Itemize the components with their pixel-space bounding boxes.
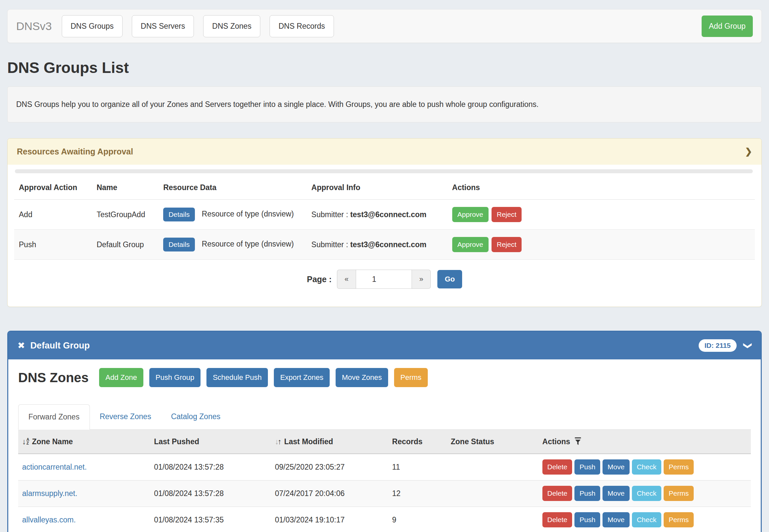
delete-zone-button[interactable]: Delete	[542, 459, 572, 475]
approval-action-cell: Add	[14, 200, 92, 230]
resource-type-text: Resource of type (dnsview)	[202, 240, 294, 248]
perms-zone-button[interactable]: Perms	[664, 459, 694, 475]
zone-name-link[interactable]: alarmsupply.net.	[22, 489, 77, 498]
zones-table: ↓ AZ Zone Name Last Pushed ↓↑	[18, 430, 751, 532]
col-zone-status: Zone Status	[447, 430, 538, 454]
delete-zone-button[interactable]: Delete	[542, 512, 572, 527]
check-zone-button[interactable]: Check	[632, 512, 662, 527]
close-icon[interactable]: ✖	[17, 341, 25, 350]
app-brand: DNSv3	[16, 20, 52, 33]
dns-zones-heading: DNS Zones	[18, 371, 88, 384]
sort-updown-icon[interactable]: ↓↑	[275, 437, 282, 446]
chevron-down-icon[interactable]: ❯	[743, 342, 753, 349]
page-title: DNS Groups List	[7, 60, 762, 75]
zone-row: alarmsupply.net. 01/08/2024 13:57:28 07/…	[18, 480, 751, 507]
push-zone-button[interactable]: Push	[574, 459, 600, 475]
next-page-button[interactable]: »	[412, 270, 431, 289]
submitter-email: test3@6connect.com	[350, 240, 426, 249]
col-zone-name: Zone Name	[32, 437, 73, 446]
zone-status-cell	[447, 507, 538, 532]
group-id-badge: ID: 2115	[699, 339, 737, 352]
approval-action-cell: Push	[14, 230, 92, 260]
details-button[interactable]: Details	[163, 208, 195, 221]
approval-name-cell: TestGroupAdd	[92, 200, 158, 230]
zones-header-row: ↓ AZ Zone Name Last Pushed ↓↑	[18, 430, 751, 454]
col-last-modified: Last Modified	[284, 437, 333, 446]
details-button[interactable]: Details	[163, 238, 195, 251]
push-group-button[interactable]: Push Group	[149, 368, 201, 387]
last-modified-cell: 07/24/2017 20:04:06	[271, 480, 388, 507]
push-zone-button[interactable]: Push	[574, 486, 600, 501]
tab-forward-zones[interactable]: Forward Zones	[18, 404, 90, 430]
approval-header-row: Approval Action Name Resource Data Appro…	[14, 176, 755, 200]
default-group-panel: ✖ Default Group ID: 2115 ❯ DNS Zones Add…	[7, 331, 762, 532]
approval-panel: Resources Awaiting Approval ❯ Approval A…	[7, 138, 762, 307]
zone-name-link[interactable]: actioncarrental.net.	[22, 463, 87, 471]
add-zone-button[interactable]: Add Zone	[99, 368, 143, 387]
approval-info-cell: Submitter : test3@6connect.com	[307, 230, 448, 260]
group-panel-header: ✖ Default Group ID: 2115 ❯	[8, 332, 761, 359]
perms-button[interactable]: Perms	[394, 368, 428, 387]
push-zone-button[interactable]: Push	[574, 512, 600, 527]
zone-status-cell	[447, 454, 538, 480]
approval-info-cell: Submitter : test3@6connect.com	[307, 200, 448, 230]
zones-tab-bar: Forward Zones Reverse Zones Catalog Zone…	[18, 404, 751, 430]
submitter-label: Submitter :	[312, 240, 348, 249]
submitter-label: Submitter :	[312, 210, 348, 219]
tab-catalog-zones[interactable]: Catalog Zones	[161, 404, 231, 429]
nav-dns-servers-button[interactable]: DNS Servers	[132, 15, 194, 37]
page-number-input[interactable]	[356, 270, 412, 289]
nav-dns-records-button[interactable]: DNS Records	[270, 15, 334, 37]
add-group-button[interactable]: Add Group	[702, 16, 753, 37]
group-panel-body: DNS Zones Add Zone Push Group Schedule P…	[8, 359, 761, 532]
page-description: DNS Groups help you to organize all of y…	[7, 86, 762, 122]
submitter-email: test3@6connect.com	[350, 210, 426, 219]
last-pushed-cell: 01/08/2024 13:57:28	[150, 480, 271, 507]
records-cell: 12	[388, 480, 447, 507]
tab-reverse-zones[interactable]: Reverse Zones	[90, 404, 161, 429]
reject-button[interactable]: Reject	[491, 237, 522, 252]
approval-row: Add TestGroupAdd Details Resource of typ…	[14, 200, 755, 230]
records-cell: 9	[388, 507, 447, 532]
approve-button[interactable]: Approve	[452, 207, 488, 222]
last-modified-cell: 09/25/2020 23:05:27	[271, 454, 388, 480]
sort-alpha-icon[interactable]: ↓ AZ	[22, 437, 29, 446]
chevron-right-icon[interactable]: ❯	[745, 147, 752, 157]
schedule-push-button[interactable]: Schedule Push	[207, 368, 268, 387]
approval-panel-title: Resources Awaiting Approval	[17, 147, 133, 156]
nav-button-group: DNS Groups DNS Servers DNS Zones DNS Rec…	[62, 15, 334, 37]
approval-panel-body: Approval Action Name Resource Data Appro…	[8, 165, 761, 307]
zone-row: actioncarrental.net. 01/08/2024 13:57:28…	[18, 454, 751, 480]
perms-zone-button[interactable]: Perms	[664, 512, 694, 527]
col-name: Name	[92, 176, 158, 200]
col-records: Records	[388, 430, 447, 454]
move-zone-button[interactable]: Move	[603, 486, 629, 501]
previous-page-button[interactable]: «	[337, 270, 356, 289]
check-zone-button[interactable]: Check	[632, 459, 662, 475]
filter-icon[interactable]	[574, 437, 582, 446]
col-approval-action: Approval Action	[14, 176, 92, 200]
perms-zone-button[interactable]: Perms	[664, 486, 694, 501]
col-resource-data: Resource Data	[158, 176, 307, 200]
reject-button[interactable]: Reject	[491, 207, 522, 222]
resource-type-text: Resource of type (dnsview)	[202, 210, 294, 218]
move-zones-button[interactable]: Move Zones	[336, 368, 388, 387]
records-cell: 11	[388, 454, 447, 480]
export-zones-button[interactable]: Export Zones	[274, 368, 330, 387]
col-actions: Actions	[448, 176, 755, 200]
go-button[interactable]: Go	[437, 270, 462, 288]
delete-zone-button[interactable]: Delete	[542, 486, 572, 501]
last-pushed-cell: 01/08/2024 13:57:35	[150, 507, 271, 532]
approve-button[interactable]: Approve	[452, 237, 488, 252]
move-zone-button[interactable]: Move	[603, 512, 629, 527]
nav-dns-zones-button[interactable]: DNS Zones	[203, 15, 260, 37]
move-zone-button[interactable]: Move	[603, 459, 629, 475]
horizontal-scrollbar[interactable]	[15, 169, 753, 173]
approval-table: Approval Action Name Resource Data Appro…	[14, 176, 755, 260]
col-zone-actions: Actions	[542, 437, 570, 446]
zone-name-link[interactable]: allvalleyas.com.	[22, 515, 76, 524]
approval-resource-cell: Details Resource of type (dnsview)	[158, 200, 307, 230]
check-zone-button[interactable]: Check	[632, 486, 662, 501]
dns-zones-toolbar: DNS Zones Add Zone Push Group Schedule P…	[18, 368, 751, 387]
nav-dns-groups-button[interactable]: DNS Groups	[62, 15, 122, 37]
